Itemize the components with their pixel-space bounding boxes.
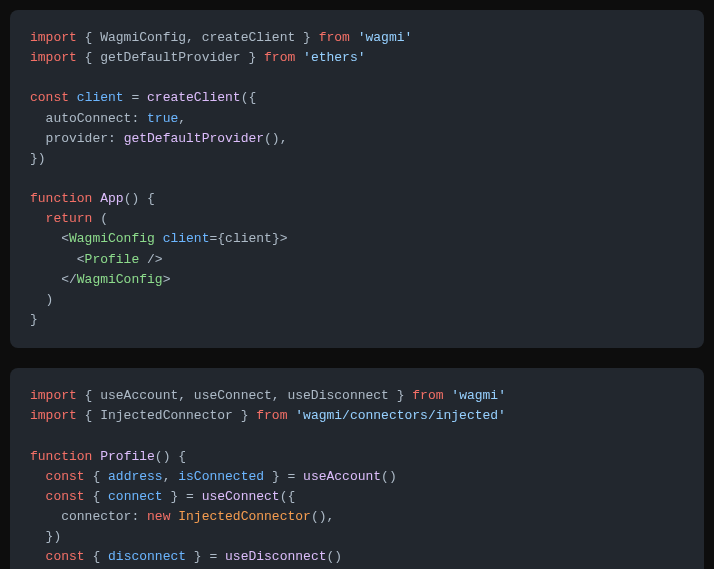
code-content-1: import { WagmiConfig, createClient } fro… <box>30 28 684 330</box>
kw-import: import <box>30 30 77 45</box>
code-block-1: import { WagmiConfig, createClient } fro… <box>10 10 704 348</box>
code-block-2: import { useAccount, useConnect, useDisc… <box>10 368 704 569</box>
code-content-2: import { useAccount, useConnect, useDisc… <box>30 386 684 567</box>
